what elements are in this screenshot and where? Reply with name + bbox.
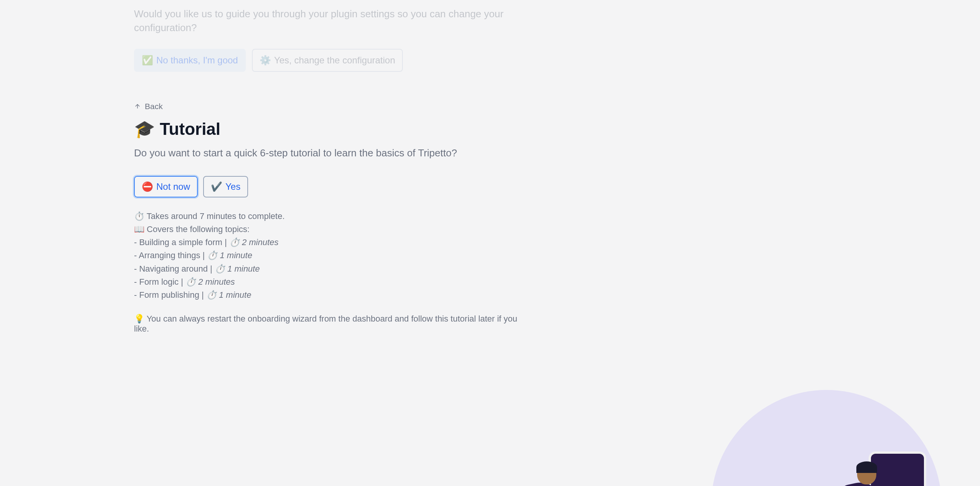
tip-text: 💡 You can always restart the onboarding … xyxy=(134,314,518,334)
topic-item: - Form publishing | ⏱️ 1 minute xyxy=(134,289,518,302)
details-section: ⏱️ Takes around 7 minutes to complete. 📖… xyxy=(134,210,518,302)
checkmark-icon: ✔️ xyxy=(211,181,222,192)
graduation-cap-icon: 🎓 xyxy=(134,119,155,139)
yes-button[interactable]: ✔️ Yes xyxy=(203,176,248,197)
yes-label: Yes xyxy=(225,181,240,192)
no-thanks-button: ✅ No thanks, I'm good xyxy=(134,49,246,72)
back-label: Back xyxy=(145,102,163,111)
topics-intro: 📖 Covers the following topics: xyxy=(134,223,518,236)
no-thanks-label: No thanks, I'm good xyxy=(156,55,238,66)
topic-item: - Arranging things | ⏱️ 1 minute xyxy=(134,249,518,262)
title-text: Tutorial xyxy=(160,119,220,139)
action-row: ⛔ Not now ✔️ Yes xyxy=(134,176,518,197)
topic-item: - Form logic | ⏱️ 2 minutes xyxy=(134,275,518,289)
page-subtitle: Do you want to start a quick 6-step tuto… xyxy=(134,146,518,160)
illustration xyxy=(692,294,961,486)
previous-step-faded: Would you like us to guide you through y… xyxy=(134,7,518,72)
illustration-adult xyxy=(842,463,884,486)
not-now-label: Not now xyxy=(156,181,190,192)
check-icon: ✅ xyxy=(142,55,153,66)
faded-subtitle: Would you like us to guide you through y… xyxy=(134,7,518,35)
not-now-button[interactable]: ⛔ Not now xyxy=(134,176,198,197)
change-config-button: ⚙️ Yes, change the configuration xyxy=(252,49,403,72)
faded-button-row: ✅ No thanks, I'm good ⚙️ Yes, change the… xyxy=(134,49,518,72)
topic-item: - Building a simple form | ⏱️ 2 minutes xyxy=(134,236,518,249)
arrow-up-icon xyxy=(134,103,141,110)
back-link[interactable]: Back xyxy=(134,102,163,111)
gear-icon: ⚙️ xyxy=(260,55,271,66)
no-entry-icon: ⛔ xyxy=(142,181,153,192)
duration-line: ⏱️ Takes around 7 minutes to complete. xyxy=(134,210,518,223)
topic-item: - Navigating around | ⏱️ 1 minute xyxy=(134,262,518,275)
change-config-label: Yes, change the configuration xyxy=(274,55,395,66)
page-title: 🎓 Tutorial xyxy=(134,119,518,139)
